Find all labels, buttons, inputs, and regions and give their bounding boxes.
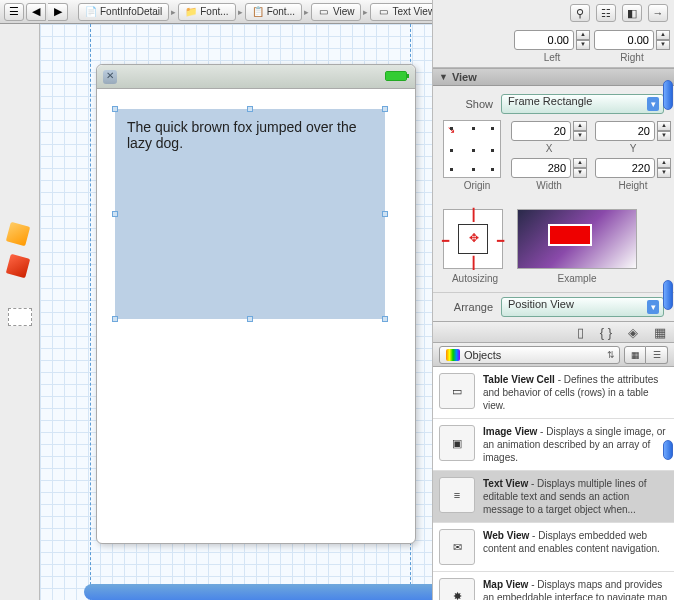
text-content: The quick brown fox jumped over the lazy… (115, 109, 385, 161)
cube-yellow-icon[interactable] (8, 224, 32, 248)
library-item-text: Text View - Displays multiple lines of e… (483, 477, 668, 516)
stepper[interactable]: ▲▼ (657, 121, 671, 141)
bookshelf-icon[interactable]: ☰ (4, 3, 24, 21)
folder-icon: 📁 (185, 6, 197, 18)
selection-tool-icon[interactable] (8, 308, 32, 326)
show-select[interactable]: Frame Rectangle (501, 94, 664, 114)
resize-handle[interactable] (382, 211, 388, 217)
field-label: Left (544, 52, 561, 63)
resize-handle[interactable] (112, 106, 118, 112)
chevron-right-icon: ▸ (363, 7, 368, 17)
library-select[interactable]: Objects (439, 346, 620, 364)
image-icon: ▣ (439, 425, 475, 461)
braces-icon[interactable]: { } (600, 325, 612, 340)
library-item[interactable]: ≡Text View - Displays multiple lines of … (433, 471, 674, 523)
text-icon: ≡ (439, 477, 475, 513)
horizontal-scrollbar[interactable] (84, 584, 432, 600)
breadcrumb-item[interactable]: 📁Font... (178, 3, 235, 21)
canvas-area[interactable]: ✕ The quick brown fox jumped over the la… (40, 24, 432, 600)
breadcrumb-item[interactable]: 📄FontInfoDetail (78, 3, 169, 21)
view-section-header[interactable]: ▼ View (433, 68, 674, 86)
resize-handle[interactable] (112, 316, 118, 322)
y-field[interactable] (595, 121, 655, 141)
example-preview (517, 209, 637, 269)
disclosure-triangle-icon: ▼ (439, 72, 448, 82)
right-margin-field[interactable] (594, 30, 654, 50)
cell-icon: ▭ (439, 373, 475, 409)
field-label: Right (620, 52, 643, 63)
left-sidebar (0, 24, 40, 600)
library-list[interactable]: ▭Table View Cell - Defines the attribute… (433, 367, 674, 600)
view-icon: ▭ (377, 6, 389, 18)
segment-icon[interactable]: ◧ (622, 4, 642, 22)
example-label: Example (517, 273, 637, 284)
library-item[interactable]: ▭Table View Cell - Defines the attribute… (433, 367, 674, 419)
close-icon[interactable]: ✕ (103, 70, 117, 84)
origin-picker[interactable]: ↘ (443, 120, 501, 178)
device-navbar: ✕ (97, 65, 415, 89)
stepper[interactable]: ▲▼ (573, 158, 587, 178)
inspector-top-tools: ⚲ ☷ ◧ → (433, 0, 674, 26)
search-icon[interactable]: ⚲ (570, 4, 590, 22)
origin-label: Origin (464, 180, 491, 191)
width-field[interactable] (511, 158, 571, 178)
resize-handle[interactable] (112, 211, 118, 217)
library-item-text: Web View - Displays embedded web content… (483, 529, 668, 565)
library-item-text: Map View - Displays maps and provides an… (483, 578, 668, 600)
resize-handle[interactable] (247, 316, 253, 322)
stepper[interactable]: ▲▼ (573, 121, 587, 141)
map-icon: ✸ (439, 578, 475, 600)
cube-red-icon[interactable] (8, 256, 32, 280)
resize-handle[interactable] (382, 106, 388, 112)
autosize-block: ┃ ━ ━ ┃ ✥ Autosizing Example (433, 205, 674, 292)
mini-toolbar: ▯ { } ◈ ▦ (433, 321, 674, 343)
stepper[interactable]: ▲▼ (657, 158, 671, 178)
arrange-row: Arrange Position View (433, 292, 674, 321)
x-field[interactable] (511, 121, 571, 141)
view-icon: ▭ (318, 6, 330, 18)
cube-icon[interactable]: ◈ (628, 325, 638, 340)
stepper[interactable]: ▲▼ (576, 30, 590, 50)
text-view-selected[interactable]: The quick brown fox jumped over the lazy… (115, 109, 385, 319)
library-item-text: Image View - Displays a single image, or… (483, 425, 668, 464)
device-frame[interactable]: ✕ The quick brown fox jumped over the la… (96, 64, 416, 544)
document-icon[interactable]: ▯ (577, 325, 584, 340)
film-icon[interactable]: ▦ (654, 325, 666, 340)
library-item[interactable]: ✸Map View - Displays maps and provides a… (433, 572, 674, 600)
battery-icon (385, 71, 407, 81)
align-icon[interactable]: ☷ (596, 4, 616, 22)
chevron-right-icon: ▸ (171, 7, 176, 17)
grid-view-button[interactable]: ▦ (624, 346, 646, 364)
breadcrumb-item[interactable]: ▭View (311, 3, 362, 21)
scroll-thumb[interactable] (663, 80, 673, 110)
left-margin-field[interactable] (514, 30, 574, 50)
height-field[interactable] (595, 158, 655, 178)
margin-controls: ▲▼ Left ▲▼ Right (433, 26, 674, 68)
library-item[interactable]: ▣Image View - Displays a single image, o… (433, 419, 674, 471)
example-rect (548, 224, 592, 246)
scroll-thumb[interactable] (663, 440, 673, 460)
nav-back-button[interactable]: ◀ (26, 3, 46, 21)
chevron-right-icon: ▸ (238, 7, 243, 17)
action-icon[interactable]: → (648, 4, 668, 22)
autosizing-control[interactable]: ┃ ━ ━ ┃ ✥ (443, 209, 503, 269)
arrange-select[interactable]: Position View (501, 297, 664, 317)
resize-handle[interactable] (382, 316, 388, 322)
library-item-text: Table View Cell - Defines the attributes… (483, 373, 668, 412)
library-header: Objects ▦ ☰ (433, 343, 674, 367)
web-icon: ✉ (439, 529, 475, 565)
scroll-thumb[interactable] (663, 280, 673, 310)
autosizing-label: Autosizing (443, 273, 507, 284)
arrange-label: Arrange (443, 301, 493, 313)
nav-fwd-button[interactable]: ▶ (48, 3, 68, 21)
show-label: Show (443, 98, 493, 110)
nav-arrows: ◀ ▶ (26, 3, 70, 21)
breadcrumb-item[interactable]: 📋Font... (245, 3, 302, 21)
stepper[interactable]: ▲▼ (656, 30, 670, 50)
view-mode-toggle: ▦ ☰ (624, 346, 668, 364)
nib-icon: 📋 (252, 6, 264, 18)
library-item[interactable]: ✉Web View - Displays embedded web conten… (433, 523, 674, 572)
list-view-button[interactable]: ☰ (646, 346, 668, 364)
resize-handle[interactable] (247, 106, 253, 112)
breadcrumb: 📄FontInfoDetail ▸ 📁Font... ▸ 📋Font... ▸ … (78, 3, 442, 21)
